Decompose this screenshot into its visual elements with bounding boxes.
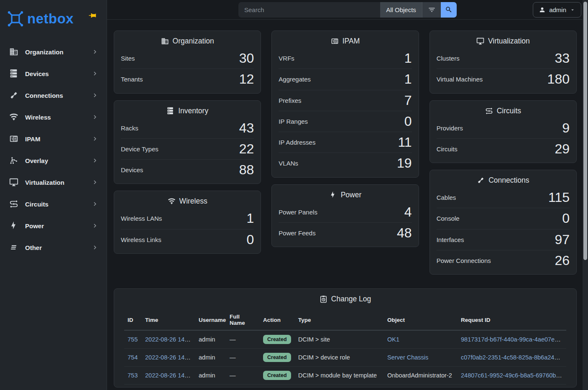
netbox-logo[interactable]: netbox [6, 9, 74, 28]
change-id-link[interactable]: 755 [128, 336, 138, 343]
stat-value-link[interactable]: 0 [404, 115, 412, 128]
stat-row: Power Connections 26 [437, 250, 570, 271]
card-inventory: Inventory Racks 43 Device Types 22 [114, 100, 261, 184]
change-object-link[interactable]: Server Chassis [387, 354, 428, 361]
change-time-link[interactable]: 2022-08-26 14:22 [145, 336, 193, 343]
sidebar-item-overlay[interactable]: Overlay [0, 150, 107, 171]
stat-value-link[interactable]: 11 [398, 135, 412, 149]
request-id-link[interactable]: 9817317d-b67f-440a-99ca-4ae07ede94df [461, 336, 566, 343]
stat-label: Device Types [121, 145, 159, 153]
sidebar-item-virtualization[interactable]: Virtualization [0, 171, 107, 193]
stat-value-link[interactable]: 22 [239, 142, 254, 156]
stat-value-link[interactable]: 180 [547, 72, 570, 86]
stat-label: VLANs [279, 160, 298, 167]
stat-value-link[interactable]: 7 [404, 94, 412, 107]
change-object: OnboardAdministrator-2 [384, 367, 458, 385]
column-header-action: Action [260, 310, 295, 330]
change-id-link[interactable]: 753 [128, 372, 138, 379]
stat-label: Racks [121, 125, 138, 132]
change-time-link[interactable]: 2022-08-26 14:15 [145, 372, 193, 379]
stat-value-link[interactable]: 43 [239, 121, 254, 135]
card-title-text: Inventory [178, 107, 208, 115]
table-row: 755 2022-08-26 14:22 admin — Created DCI… [124, 330, 566, 349]
graph-icon [9, 156, 18, 165]
change-type: DCIM > module bay template [295, 367, 384, 385]
card-circuits: Circuits Providers 9 Circuits 29 [429, 100, 577, 163]
stat-row: IP Addresses 11 [279, 132, 412, 153]
stat-row: Console 0 [437, 208, 570, 229]
object-type-dropdown[interactable]: All Objects [380, 2, 422, 18]
sidebar-item-organization[interactable]: Organization [0, 41, 107, 63]
stat-value-link[interactable]: 9 [562, 121, 570, 135]
stat-row: Wireless Links 0 [121, 229, 254, 250]
sidebar-item-ipam[interactable]: IPAM [0, 128, 107, 150]
scrollbar-track[interactable] [583, 0, 588, 390]
transit-icon [485, 107, 493, 115]
sidebar-item-devices[interactable]: Devices [0, 63, 107, 84]
sidebar-item-label: Connections [25, 92, 92, 99]
card-title-text: Organization [173, 37, 214, 46]
search-icon [445, 6, 453, 13]
cable-icon [9, 91, 18, 100]
stat-value-link[interactable]: 1 [404, 72, 412, 86]
card-ipam: IPAM VRFs 1 Aggregates 1 [271, 31, 419, 178]
column-header-request-id: Request ID [458, 310, 566, 330]
stat-row: Clusters 33 [437, 48, 570, 69]
request-id-link[interactable]: 24807c61-9952-49c6-b8a5-69760bfcc4b3 [461, 372, 566, 379]
sidebar-item-circuits[interactable]: Circuits [0, 193, 107, 215]
sidebar-item-label: Other [25, 244, 92, 251]
stat-value-link[interactable]: 1 [247, 212, 254, 225]
table-row: 754 2022-08-26 14:17 admin — Created DCI… [124, 349, 566, 367]
stat-value-link[interactable]: 48 [397, 226, 412, 240]
sidebar-item-label: Devices [25, 70, 92, 77]
chevron-right-icon [92, 157, 98, 164]
stat-label: Aggregates [279, 76, 311, 83]
change-full-name: — [226, 349, 260, 367]
stat-value-link[interactable]: 19 [397, 156, 412, 170]
stat-value-link[interactable]: 0 [247, 233, 254, 247]
sidebar-item-other[interactable]: Other [0, 237, 107, 258]
stat-label: Providers [437, 125, 463, 132]
search-input[interactable] [238, 2, 380, 18]
stat-value-link[interactable]: 0 [562, 212, 570, 225]
stat-value-link[interactable]: 30 [239, 51, 254, 65]
scrollbar-thumb[interactable] [583, 2, 587, 260]
sidebar-item-connections[interactable]: Connections [0, 84, 107, 106]
stat-value-link[interactable]: 29 [555, 142, 570, 156]
sidebar-item-power[interactable]: Power [0, 215, 107, 237]
search-submit-button[interactable] [441, 2, 457, 18]
stat-row: IP Ranges 0 [279, 111, 412, 132]
stat-value-link[interactable]: 115 [548, 191, 570, 204]
stat-value-link[interactable]: 26 [555, 254, 570, 268]
stat-value-link[interactable]: 4 [404, 205, 412, 219]
counter-icon [331, 37, 339, 45]
stat-row: Device Types 22 [121, 138, 254, 159]
change-id-link[interactable]: 754 [128, 354, 138, 361]
search-bar: All Objects [238, 2, 457, 18]
stat-value-link[interactable]: 97 [555, 233, 570, 247]
stat-value-link[interactable]: 12 [239, 72, 254, 86]
card-title-text: Change Log [331, 295, 371, 303]
stat-value-link[interactable]: 88 [239, 163, 254, 177]
card-power: Power Power Panels 4 Power Feeds 48 [271, 184, 419, 247]
card-virtualization: Virtualization Clusters 33 Virtual Machi… [429, 31, 577, 94]
table-row: 753 2022-08-26 14:15 admin — Created DCI… [124, 367, 566, 385]
building-icon [9, 47, 18, 56]
stat-row: Cables 115 [437, 187, 570, 208]
chevron-right-icon [92, 222, 98, 229]
bolt-icon [329, 191, 337, 199]
request-id-link[interactable]: c07f0ab2-2351-4c58-825a-8b6a2425a1ab [461, 354, 566, 361]
pin-sidebar-icon[interactable] [88, 11, 97, 20]
user-menu-button[interactable]: admin [533, 2, 581, 18]
sidebar-item-label: Overlay [25, 157, 92, 164]
bolt-icon [9, 221, 18, 230]
filter-button[interactable] [422, 2, 441, 18]
stat-value-link[interactable]: 1 [404, 51, 412, 65]
stat-value-link[interactable]: 33 [555, 51, 570, 65]
dashboard-column-1: Organization Sites 30 Tenants 12 [114, 31, 261, 275]
change-time-link[interactable]: 2022-08-26 14:17 [145, 354, 193, 361]
change-object-link[interactable]: OK1 [387, 336, 399, 343]
stat-label: Cables [437, 194, 456, 201]
card-title-text: Power [341, 191, 362, 199]
sidebar-item-wireless[interactable]: Wireless [0, 106, 107, 128]
